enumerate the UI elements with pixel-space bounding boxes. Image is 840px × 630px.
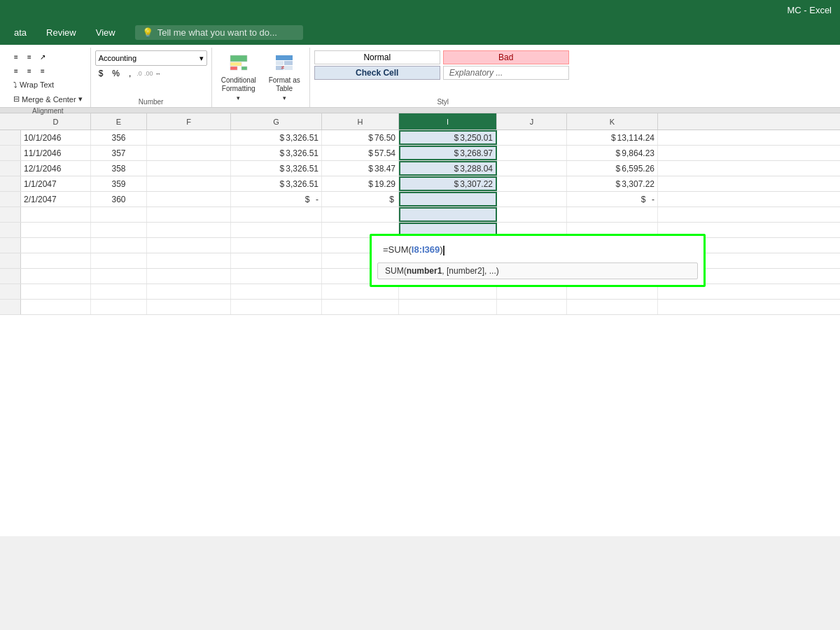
merge-dropdown-icon[interactable]: ▾: [78, 94, 83, 104]
cell-I2[interactable]: $ 3,268.97: [399, 146, 497, 160]
cell-E1[interactable]: 356: [91, 130, 147, 145]
cell-empty[interactable]: [231, 223, 322, 237]
bad-style-button[interactable]: Bad: [443, 50, 569, 64]
cell-G4[interactable]: $ 3,326.51: [231, 176, 322, 191]
cell-E3[interactable]: 358: [91, 161, 147, 176]
cell-G5[interactable]: $ -: [231, 192, 322, 206]
cell-F3[interactable]: [147, 161, 231, 176]
cell-D3[interactable]: 12/1/2046: [21, 161, 91, 176]
cell-empty[interactable]: [147, 253, 231, 268]
formula-input-display[interactable]: =SUM(I8:I369): [377, 241, 698, 258]
cell-J3[interactable]: [497, 161, 567, 176]
cell-E5[interactable]: 360: [91, 192, 147, 206]
cell-E2[interactable]: 357: [91, 146, 147, 160]
cell-empty[interactable]: [147, 238, 231, 253]
cell-F4[interactable]: [147, 176, 231, 191]
cell-empty[interactable]: [497, 300, 567, 314]
cell-K1[interactable]: $ 13,114.24: [567, 130, 658, 145]
cell-empty[interactable]: [231, 269, 322, 284]
cell-G1[interactable]: $ 3,326.51: [231, 130, 322, 145]
dec-increase[interactable]: .0: [136, 70, 142, 77]
cell-I3[interactable]: $ 3,288.04: [399, 161, 497, 176]
cell-I1[interactable]: $ 3,250.01: [399, 130, 497, 145]
cell-empty[interactable]: [91, 207, 147, 222]
cell-I4[interactable]: $ 3,307.22: [399, 176, 497, 191]
search-box[interactable]: 💡 Tell me what you want to do...: [135, 25, 303, 40]
dollar-button[interactable]: $: [95, 67, 107, 80]
cell-K2[interactable]: $ 9,864.23: [567, 146, 658, 160]
cell-empty[interactable]: [91, 269, 147, 284]
merge-center-button[interactable]: ⊟ Merge & Center ▾: [10, 92, 86, 106]
align-left-icon[interactable]: ≡: [10, 64, 22, 77]
cell-empty[interactable]: [231, 207, 322, 222]
cell-F1[interactable]: [147, 130, 231, 145]
cell-empty[interactable]: [21, 223, 91, 237]
cell-empty[interactable]: [21, 300, 91, 314]
cell-K3[interactable]: $ 6,595.26: [567, 161, 658, 176]
align-top-left-icon[interactable]: ≡: [10, 50, 22, 63]
align-center-icon[interactable]: ≡: [23, 64, 36, 77]
cell-J1[interactable]: [497, 130, 567, 145]
angle-icon[interactable]: ↗: [36, 50, 49, 63]
cell-empty[interactable]: [147, 284, 231, 299]
cell-empty[interactable]: [322, 207, 399, 222]
menu-item-data[interactable]: ata: [6, 24, 35, 41]
align-top-center-icon[interactable]: ≡: [23, 50, 36, 63]
cell-H3[interactable]: $ 38.47: [322, 161, 399, 176]
cell-empty[interactable]: [231, 284, 322, 299]
cell-D2[interactable]: 11/1/2046: [21, 146, 91, 160]
cell-G3[interactable]: $ 3,326.51: [231, 161, 322, 176]
cell-G2[interactable]: $ 3,326.51: [231, 146, 322, 160]
cell-F2[interactable]: [147, 146, 231, 160]
cell-empty[interactable]: [21, 238, 91, 253]
cell-empty[interactable]: [497, 207, 567, 222]
cell-H2[interactable]: $ 57.54: [322, 146, 399, 160]
explanatory-style-button[interactable]: Explanatory ...: [443, 66, 569, 80]
active-cell-popup[interactable]: =SUM(I8:I369) SUM(number1, [number2], ..…: [370, 234, 706, 287]
cell-empty[interactable]: [147, 300, 231, 314]
percent-button[interactable]: %: [108, 67, 123, 80]
wrap-text-button[interactable]: ⤵ Wrap Text: [10, 78, 57, 91]
cell-K4[interactable]: $ 3,307.22: [567, 176, 658, 191]
cell-D5[interactable]: 2/1/2047: [21, 192, 91, 206]
cell-F5[interactable]: [147, 192, 231, 206]
cell-D1[interactable]: 10/1/2046: [21, 130, 91, 145]
cell-E4[interactable]: 359: [91, 176, 147, 191]
cell-empty[interactable]: [147, 207, 231, 222]
cell-empty[interactable]: [21, 253, 91, 268]
cell-empty[interactable]: [91, 284, 147, 299]
cell-empty[interactable]: [567, 207, 658, 222]
cell-empty[interactable]: [91, 238, 147, 253]
cell-empty[interactable]: [231, 238, 322, 253]
number-format-dropdown[interactable]: Accounting ▾: [95, 50, 207, 66]
format-table-button[interactable]: ≠ Format asTable ▾: [264, 50, 305, 104]
menu-item-view[interactable]: View: [88, 24, 124, 41]
cell-empty-i[interactable]: [399, 300, 497, 314]
cell-empty[interactable]: [91, 253, 147, 268]
cell-J5[interactable]: [497, 192, 567, 206]
cell-H1[interactable]: $ 76.50: [322, 130, 399, 145]
cell-J2[interactable]: [497, 146, 567, 160]
cell-empty[interactable]: [147, 269, 231, 284]
conditional-format-button[interactable]: ConditionalFormatting ▾: [216, 50, 261, 104]
cell-I5-active[interactable]: [399, 192, 497, 206]
cell-K5[interactable]: $ -: [567, 192, 658, 206]
cell-empty[interactable]: [322, 300, 399, 314]
cell-empty[interactable]: [231, 300, 322, 314]
cell-empty[interactable]: [91, 300, 147, 314]
cell-empty[interactable]: [21, 207, 91, 222]
cell-H5[interactable]: $: [322, 192, 399, 206]
cell-empty[interactable]: [231, 253, 322, 268]
cell-J4[interactable]: [497, 176, 567, 191]
cell-D4[interactable]: 1/1/2047: [21, 176, 91, 191]
cell-empty-i[interactable]: [399, 207, 497, 222]
cell-empty[interactable]: [21, 284, 91, 299]
cell-empty[interactable]: [21, 269, 91, 284]
cell-empty[interactable]: [91, 223, 147, 237]
menu-item-review[interactable]: Review: [38, 24, 85, 41]
comma-button[interactable]: ,: [125, 67, 134, 80]
normal-style-button[interactable]: Normal: [314, 50, 440, 64]
align-right-icon[interactable]: ≡: [36, 64, 49, 77]
cell-empty[interactable]: [147, 223, 231, 237]
cell-H4[interactable]: $ 19.29: [322, 176, 399, 191]
